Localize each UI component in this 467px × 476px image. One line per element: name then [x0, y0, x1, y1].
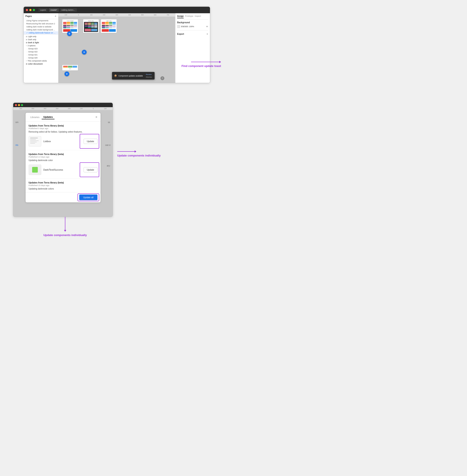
ruler-strip: -600 -500 -400 -300 -200 -100 0 100: [13, 107, 113, 110]
dialog-close-button[interactable]: ×: [95, 115, 97, 119]
help-icon[interactable]: ?: [160, 76, 164, 80]
dot-yellow: [29, 9, 31, 11]
updates-titlebar: [13, 103, 113, 107]
toast-dismiss-button[interactable]: Dismiss: [145, 76, 152, 78]
update-date-2: Published 13 days ago: [29, 156, 97, 158]
canvas-bg-text-nts: nts: [15, 144, 18, 146]
figma-tab-adding[interactable]: Adding darkm...: [60, 8, 77, 12]
pages-label: Pages: [26, 15, 32, 17]
layer-group-423[interactable]: ○ Group 423: [24, 47, 58, 50]
avatar-3: D: [65, 71, 69, 76]
tab-design[interactable]: Design: [177, 15, 184, 18]
update-section-1: Updates from Terra library (beta) Publis…: [26, 122, 101, 150]
right-panel-tabs: Design Prototype Inspect: [177, 15, 208, 20]
eye-toggle-icon[interactable]: 👁: [206, 26, 208, 28]
figma-window-top: Layers Assets* Adding darkm... Pages +: [24, 7, 210, 83]
update-source-2: Updates from Terra library (beta): [29, 153, 97, 155]
update-button-dark-text-success[interactable]: Update: [84, 167, 97, 172]
frame-label-1: Core & light: [63, 20, 77, 22]
opacity-value: 100%: [189, 26, 194, 27]
page-item-3[interactable]: Adding dark mode to website: [24, 25, 58, 28]
update-desc-3: Updating darkmode colors: [29, 188, 97, 190]
annotation-label-right: Update components individually: [117, 154, 161, 157]
update-source-1: Updates from Terra library (beta): [29, 124, 97, 127]
listbox-thumb: [29, 136, 41, 147]
figma-tab-assets[interactable]: Assets*: [49, 8, 59, 12]
update-desc-1: Removing select all for listbox. Updatin…: [29, 131, 97, 133]
layer-dark-only[interactable]: ⊞ Dark only: [24, 38, 58, 41]
dialog-tab-libraries[interactable]: Libraries: [29, 115, 41, 119]
updates-dialog: Libraries Updates × Updates from: [26, 113, 101, 202]
page-item-5-active[interactable]: ✓ Adding darkmode feature on co...: [24, 31, 58, 34]
update-item-dark-text-success: Dark/Text/Success Update: [29, 163, 97, 176]
figma-right-panel: Design Prototype Inspect Background E5E5…: [175, 13, 210, 83]
color-value: E5E5E5: [181, 26, 188, 27]
avatar-2: D: [82, 50, 87, 54]
layer-group-420[interactable]: ○ Group 420: [24, 56, 58, 59]
canvas-bg-text-ss: ss: [108, 121, 110, 123]
layer-light-only[interactable]: ⊞ Light only: [24, 35, 58, 38]
layer-group-421[interactable]: ○ Group 421: [24, 53, 58, 56]
pages-add-icon[interactable]: +: [55, 14, 56, 18]
right-annotation: Update components individually: [117, 150, 161, 157]
figma-tab-layers[interactable]: Layers: [39, 8, 48, 12]
update-desc-2: Updating darkmode color: [29, 159, 97, 162]
figma-canvas: -100 0 100 200 300 400 500 600 700 Core …: [58, 13, 175, 83]
toast-annotation: Find component update toast: [182, 61, 221, 68]
frame-label-2: Dark only: [84, 20, 98, 22]
toast-review-button[interactable]: Review: [145, 73, 152, 76]
listbox-label: Listbox: [43, 140, 81, 143]
avatar-1: D: [67, 31, 72, 36]
layers-list: ⊞ Light only ⊞ Dark only ⊞ Dark & light …: [24, 34, 58, 83]
pages-header: Pages +: [24, 13, 58, 19]
component-update-toast: 📦 Component updates available Review Dis…: [112, 72, 155, 80]
update-section-2: Updates from Terra library (beta) Publis…: [26, 150, 101, 179]
layer-group-422[interactable]: ○ Group 422: [24, 50, 58, 53]
canvas-ruler: -100 0 100 200 300 400 500 600 700: [58, 13, 175, 17]
dark-text-success-label: Dark/Text/Success: [43, 168, 81, 171]
canvas-bg-text-cane: can e: [105, 144, 111, 146]
annotation-label-toast: Find component update toast: [182, 64, 221, 68]
layer-color-doc[interactable]: ⊞ color document: [24, 62, 58, 66]
figma-left-panel: Pages + Using Figma components Restructu…: [24, 13, 58, 83]
canvas-bg-text-om: om: [15, 121, 18, 123]
dot-green: [33, 9, 35, 11]
dialog-body: Updates from Terra library (beta) Publis…: [26, 122, 101, 192]
page-item-1[interactable]: Using Figma components: [24, 19, 58, 22]
page-item-2[interactable]: Restructuring the web structure 2: [24, 22, 58, 25]
pages-list: Using Figma components Restructuring the…: [24, 19, 58, 34]
dark-text-success-thumb: [29, 164, 41, 175]
updates-window: -600 -500 -400 -300 -200 -100 0 100 om n…: [13, 103, 113, 217]
dialog-footer: Update all: [26, 192, 101, 202]
toast-actions: Review Dismiss: [145, 73, 152, 78]
update-source-3: Updates from Terra library (beta): [29, 181, 97, 184]
color-frame-core-light: Core & light: [62, 19, 78, 33]
bottom-annotation: Update components individually: [60, 217, 71, 237]
layer-3-options[interactable]: T 3 options: [24, 44, 58, 47]
page-item-4[interactable]: Adding dark mode background ...: [24, 28, 58, 31]
export-label: Export: [177, 33, 184, 35]
figma-titlebar: Layers Assets* Adding darkm...: [24, 7, 210, 13]
update-item-listbox: Listbox Update: [29, 135, 97, 148]
background-label: Background: [177, 21, 208, 24]
dialog-header: Libraries Updates ×: [26, 113, 101, 122]
export-section: Export +: [177, 30, 208, 36]
update-date-3: Published 15 days ago: [29, 184, 97, 187]
toast-component-icon: 📦: [114, 75, 117, 77]
layer-dark-light[interactable]: ⊞ Dark & light: [24, 41, 58, 44]
layer-sticks[interactable]: T This component sticks: [24, 59, 58, 62]
dialog-tab-updates[interactable]: Updates: [42, 115, 54, 119]
export-add-icon[interactable]: +: [207, 32, 208, 36]
dot-red: [26, 9, 28, 11]
update-date-1: Published 3 days ago: [29, 127, 97, 130]
update-section-3: Updates from Terra library (beta) Publis…: [26, 179, 101, 192]
tab-inspect[interactable]: Inspect: [195, 15, 201, 18]
color-frame-light-only: Light only: [101, 19, 117, 33]
update-all-button[interactable]: Update all: [79, 194, 97, 200]
tab-prototype[interactable]: Prototype: [185, 15, 194, 18]
color-preview-swatch[interactable]: [177, 25, 180, 28]
color-frame-dark-only: Dark only: [83, 19, 99, 33]
frame-label-3: Light only: [102, 20, 116, 22]
updates-canvas: om nts ss can e ary-: [13, 110, 113, 217]
update-button-listbox[interactable]: Update: [84, 139, 97, 144]
